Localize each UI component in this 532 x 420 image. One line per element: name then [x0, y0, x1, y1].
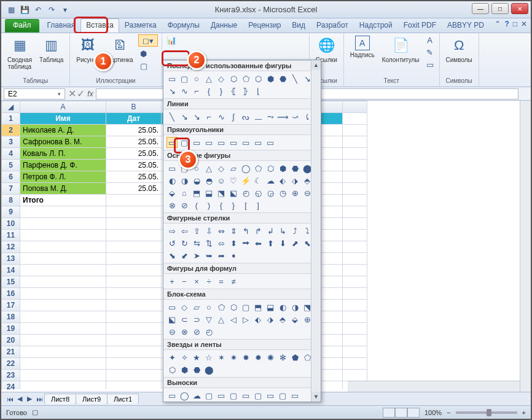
shape-option-icon[interactable]: ▭ [216, 390, 227, 401]
row-header[interactable]: 7 [2, 183, 20, 195]
shape-option-icon[interactable]: ➥ [203, 250, 214, 261]
shape-option-icon[interactable]: ⬠ [216, 301, 227, 313]
row-header[interactable]: 6 [2, 171, 20, 183]
row-header[interactable]: 14 [2, 265, 20, 276]
shape-option-icon[interactable]: ⮕ [240, 238, 251, 249]
shape-option-icon[interactable]: ⚡ [240, 175, 251, 186]
shape-option-icon[interactable]: ◴ [203, 326, 214, 337]
shape-option-icon[interactable]: × [191, 276, 202, 287]
cell-date[interactable]: 25.05. [106, 148, 162, 160]
help-icon[interactable]: ? [504, 20, 509, 28]
shape-option-icon[interactable]: ⬗ [289, 175, 300, 186]
select-all-corner[interactable]: ◢ [2, 101, 20, 113]
shape-option-icon[interactable]: ⦄ [240, 85, 251, 96]
row-header[interactable]: 4 [2, 148, 20, 160]
zoom-in-button[interactable]: + [522, 409, 526, 416]
row-header[interactable]: 3 [2, 136, 20, 148]
shape-option-icon[interactable]: ◷ [277, 187, 288, 198]
window-restore-icon[interactable]: □ [513, 20, 517, 28]
shape-option-icon[interactable]: ⬠ [240, 73, 251, 84]
row-header[interactable]: 24 [2, 381, 20, 390]
shape-option-icon[interactable]: ⬓ [265, 301, 276, 313]
shape-option-icon[interactable]: ♡ [228, 175, 239, 186]
col-header-b[interactable]: B [106, 101, 162, 113]
shape-option-icon[interactable]: ↻ [179, 238, 190, 249]
zoom-out-button[interactable]: − [447, 409, 450, 416]
sheet-nav-next-icon[interactable]: ▶ [25, 394, 34, 404]
shape-option-icon[interactable]: ⤳ [265, 111, 276, 122]
sheet-nav-first-icon[interactable]: ⏮ [5, 394, 15, 404]
shape-option-icon[interactable]: ╲ [166, 111, 178, 122]
shape-option-icon[interactable]: ▭ [228, 137, 239, 148]
shape-option-icon[interactable]: ◯ [240, 163, 251, 174]
shape-option-icon[interactable]: ▽ [203, 314, 214, 325]
shape-option-icon[interactable]: ⬣ [277, 73, 288, 84]
cell[interactable] [342, 136, 367, 148]
shape-option-icon[interactable]: ⬡ [228, 301, 239, 313]
close-button[interactable]: ✕ [511, 3, 528, 14]
cancel-icon[interactable]: ✕ [68, 88, 76, 99]
shape-option-icon[interactable]: ▢ [179, 137, 190, 148]
vertical-scrollbar[interactable] [520, 101, 531, 392]
shape-option-icon[interactable]: △ [203, 163, 214, 174]
cell-name[interactable]: Парфенов Д. Ф. [20, 160, 106, 171]
row-header[interactable]: 17 [2, 300, 20, 311]
shape-option-icon[interactable]: ◑ [179, 175, 190, 186]
shape-option-icon[interactable]: ⊕ [289, 187, 300, 198]
shape-option-icon[interactable]: ⬡ [166, 364, 178, 375]
tab-developer[interactable]: Разработ [311, 18, 354, 33]
shape-option-icon[interactable]: ▭ [216, 137, 227, 148]
tab-file[interactable]: Файл [5, 19, 39, 33]
shape-option-icon[interactable]: ⬣ [191, 364, 202, 375]
shape-option-icon[interactable]: ⬣ [289, 163, 300, 174]
shape-option-icon[interactable]: ⌐ [191, 85, 202, 96]
shape-option-icon[interactable]: ▢ [203, 390, 214, 401]
row-header[interactable]: 22 [2, 358, 20, 370]
sheet-nav-prev-icon[interactable]: ◀ [15, 394, 25, 404]
minimize-button[interactable]: — [472, 3, 489, 14]
shape-option-icon[interactable]: + [166, 276, 178, 287]
workbook-close-icon[interactable]: ✕ [521, 20, 527, 28]
cell-date[interactable]: 25.05. [106, 160, 162, 171]
shape-option-icon[interactable]: ✻ [277, 352, 288, 363]
shape-option-icon[interactable]: ➧ [228, 250, 239, 261]
shape-option-icon[interactable]: ⬗ [265, 314, 276, 325]
cell[interactable] [342, 183, 367, 195]
shape-option-icon[interactable]: ∿ [179, 85, 190, 96]
shape-option-icon[interactable]: [ [240, 200, 251, 211]
shape-option-icon[interactable]: ⬡ [252, 73, 264, 84]
col-header-blank[interactable] [342, 101, 367, 113]
shape-option-icon[interactable]: ▭ [166, 73, 178, 84]
shape-option-icon[interactable]: ⬤ [203, 364, 214, 375]
shape-option-icon[interactable]: ⬍ [228, 238, 239, 249]
zoom-slider[interactable] [456, 411, 517, 414]
redo-icon[interactable]: ↷ [45, 4, 58, 16]
row-header-8[interactable]: 8 [2, 195, 20, 206]
macro-record-icon[interactable]: ▢ [32, 408, 38, 416]
shape-option-icon[interactable]: ∫ [228, 111, 239, 122]
row-header[interactable]: 12 [2, 241, 20, 253]
shape-option-icon[interactable]: ╲ [289, 73, 300, 84]
shape-option-icon[interactable]: ▭ [240, 137, 251, 148]
shape-option-icon[interactable]: ] [252, 200, 264, 211]
shape-option-icon[interactable]: { [203, 85, 214, 96]
shape-option-icon[interactable]: ◐ [166, 175, 178, 186]
shape-option-icon[interactable]: ↘ [166, 85, 178, 96]
shape-option-icon[interactable]: ↺ [166, 238, 178, 249]
shape-option-icon[interactable]: ⬆ [265, 238, 276, 249]
row-header[interactable]: 18 [2, 311, 20, 323]
row-header[interactable]: 20 [2, 335, 20, 346]
tab-data[interactable]: Данные [205, 18, 243, 33]
shape-option-icon[interactable]: ◇ [216, 73, 227, 84]
shape-option-icon[interactable]: ↱ [252, 225, 264, 236]
textbox-button[interactable]: A Надпись [348, 34, 377, 60]
shape-option-icon[interactable]: ⤴ [289, 225, 300, 236]
tab-abbyy[interactable]: ABBYY PD [442, 18, 490, 33]
shape-option-icon[interactable]: ▭ [166, 163, 178, 174]
shape-option-icon[interactable]: } [228, 200, 239, 211]
shape-option-icon[interactable]: ▱ [191, 301, 202, 313]
pivot-table-button[interactable]: ▦ Сводная таблица [5, 34, 34, 71]
shape-option-icon[interactable]: ⬇ [277, 238, 288, 249]
shape-option-icon[interactable]: ⇩ [203, 225, 214, 236]
shape-option-icon[interactable]: ( [191, 200, 202, 211]
